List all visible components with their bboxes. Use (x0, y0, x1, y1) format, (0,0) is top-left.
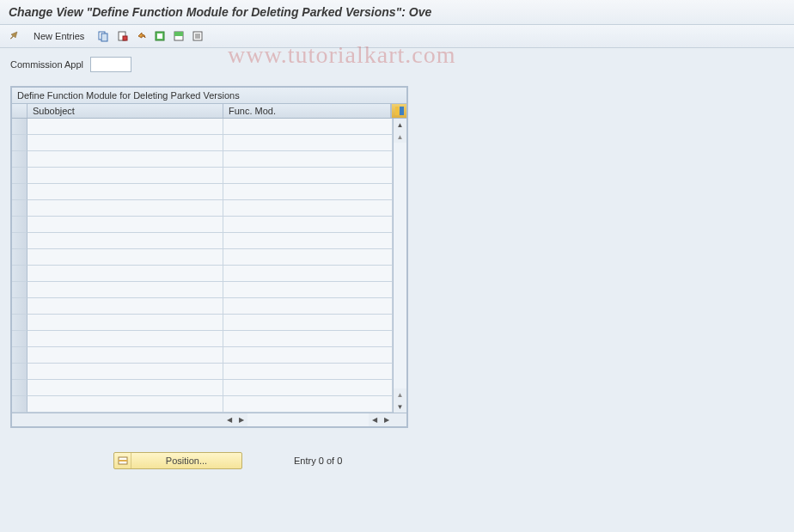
hscroll-left-icon[interactable]: ◀ (223, 413, 235, 426)
row-selector[interactable] (12, 298, 27, 315)
new-entries-button[interactable]: New Entries (26, 28, 92, 44)
cell-funcmod[interactable] (223, 364, 393, 380)
table-row[interactable] (12, 217, 393, 233)
cell-subobject[interactable] (27, 119, 223, 135)
hscroll-right-icon[interactable]: ▶ (235, 413, 247, 426)
cell-subobject[interactable] (27, 396, 223, 413)
table-row[interactable] (12, 200, 393, 217)
position-button[interactable]: Position... (113, 452, 242, 469)
table-row[interactable] (12, 298, 393, 315)
table-row[interactable] (12, 282, 393, 298)
scroll-down-step-icon[interactable]: ▲ (394, 388, 406, 401)
cell-funcmod[interactable] (223, 266, 393, 282)
cell-funcmod[interactable] (223, 298, 393, 315)
cell-funcmod[interactable] (223, 135, 393, 151)
table-row[interactable] (12, 233, 393, 249)
cell-subobject[interactable] (27, 135, 223, 151)
table-row[interactable] (12, 347, 393, 364)
scroll-down-icon[interactable]: ▼ (394, 401, 406, 413)
cell-subobject[interactable] (27, 217, 223, 233)
cell-subobject[interactable] (27, 168, 223, 184)
cell-funcmod[interactable] (223, 200, 393, 217)
cell-subobject[interactable] (27, 331, 223, 347)
column-header-subobject[interactable]: Subobject (27, 104, 223, 118)
cell-funcmod[interactable] (223, 233, 393, 249)
row-selector[interactable] (12, 331, 27, 347)
scroll-up-step-icon[interactable]: ▲ (394, 131, 406, 143)
row-selector[interactable] (12, 233, 27, 249)
copy-icon[interactable] (95, 28, 111, 44)
hscroll-track[interactable] (247, 413, 369, 426)
row-selector[interactable] (12, 396, 27, 413)
delete-icon[interactable] (114, 28, 130, 44)
row-selector[interactable] (12, 200, 27, 217)
cell-subobject[interactable] (27, 249, 223, 266)
cell-funcmod[interactable] (223, 380, 393, 396)
table-config-icon[interactable] (391, 104, 406, 118)
cell-subobject[interactable] (27, 184, 223, 200)
commission-appl-input[interactable] (90, 57, 131, 72)
table-select-all-corner[interactable] (12, 104, 27, 118)
toggle-display-icon[interactable] (7, 28, 22, 44)
row-selector[interactable] (12, 266, 27, 282)
cell-funcmod[interactable] (223, 331, 393, 347)
deselect-all-icon[interactable] (190, 28, 205, 44)
row-selector[interactable] (12, 282, 27, 298)
cell-funcmod[interactable] (223, 282, 393, 298)
table-row[interactable] (12, 151, 393, 168)
row-selector[interactable] (12, 119, 27, 135)
cell-subobject[interactable] (27, 364, 223, 380)
row-selector[interactable] (12, 151, 27, 168)
table-row[interactable] (12, 119, 393, 135)
cell-subobject[interactable] (27, 282, 223, 298)
row-selector[interactable] (12, 168, 27, 184)
cell-funcmod[interactable] (223, 151, 393, 168)
cell-funcmod[interactable] (223, 168, 393, 184)
row-selector[interactable] (12, 315, 27, 331)
table-row[interactable] (12, 331, 393, 347)
select-block-icon[interactable] (171, 28, 186, 44)
cell-subobject[interactable] (27, 200, 223, 217)
row-selector[interactable] (12, 380, 27, 396)
row-selector[interactable] (12, 347, 27, 364)
cell-subobject[interactable] (27, 151, 223, 168)
cell-funcmod[interactable] (223, 119, 393, 135)
hscroll-left-end-icon[interactable]: ◀ (369, 413, 381, 426)
commission-appl-label: Commission Appl (10, 59, 83, 70)
cell-subobject[interactable] (27, 266, 223, 282)
cell-subobject[interactable] (27, 233, 223, 249)
row-selector[interactable] (12, 217, 27, 233)
vertical-scrollbar[interactable]: ▲ ▲ ▲ ▼ (393, 119, 406, 413)
cell-subobject[interactable] (27, 380, 223, 396)
table-row[interactable] (12, 396, 393, 413)
position-label: Position... (131, 456, 241, 466)
table-row[interactable] (12, 135, 393, 151)
table-row[interactable] (12, 184, 393, 200)
cell-funcmod[interactable] (223, 396, 393, 413)
table-row[interactable] (12, 380, 393, 396)
table-row[interactable] (12, 315, 393, 331)
table-row[interactable] (12, 266, 393, 282)
cell-subobject[interactable] (27, 298, 223, 315)
table-row[interactable] (12, 364, 393, 380)
row-selector[interactable] (12, 249, 27, 266)
cell-funcmod[interactable] (223, 347, 393, 364)
cell-subobject[interactable] (27, 347, 223, 364)
row-selector[interactable] (12, 135, 27, 151)
cell-funcmod[interactable] (223, 315, 393, 331)
horizontal-scrollbar[interactable]: ◀ ▶ ◀ ▶ (12, 413, 406, 426)
cell-funcmod[interactable] (223, 217, 393, 233)
cell-funcmod[interactable] (223, 184, 393, 200)
undo-icon[interactable] (133, 28, 149, 44)
table-row[interactable] (12, 249, 393, 266)
row-selector[interactable] (12, 364, 27, 380)
cell-funcmod[interactable] (223, 249, 393, 266)
select-all-icon[interactable] (152, 28, 168, 44)
scroll-track[interactable] (394, 143, 406, 388)
scroll-up-icon[interactable]: ▲ (394, 119, 406, 131)
column-header-funcmod[interactable]: Func. Mod. (223, 104, 391, 118)
hscroll-right-end-icon[interactable]: ▶ (381, 413, 393, 426)
table-row[interactable] (12, 168, 393, 184)
cell-subobject[interactable] (27, 315, 223, 331)
row-selector[interactable] (12, 184, 27, 200)
